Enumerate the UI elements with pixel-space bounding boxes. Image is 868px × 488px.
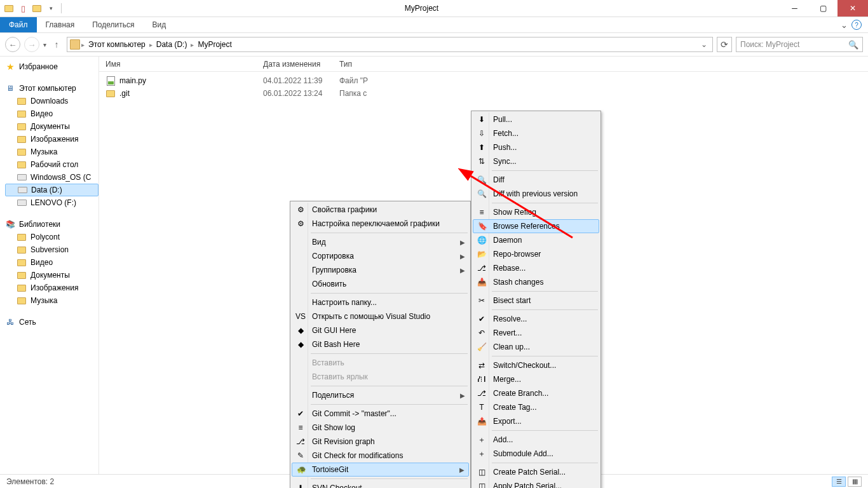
sidebar-lib-polycont[interactable]: Polycont [5,231,98,243]
menu-item-push[interactable]: ⬆Push... [473,140,599,154]
sidebar-lib-documents[interactable]: Документы [5,269,98,281]
search-input[interactable]: Поиск: MyProject 🔍 [736,37,863,52]
ribbon-expand-icon[interactable]: ⌄ [841,20,848,30]
menu-item-git-revgraph[interactable]: ⎇Git Revision graph [292,435,469,449]
column-name[interactable]: Имя [99,60,257,69]
chevron-right-icon[interactable]: ▸ [149,41,153,48]
column-type[interactable]: Тип [333,60,397,69]
sidebar-item-video[interactable]: Видео [5,107,98,120]
menu-item-group[interactable]: Группировка▶ [292,263,469,277]
sidebar-item-drive-c[interactable]: Windows8_OS (C [5,171,98,184]
sidebar-item-images[interactable]: Изображения [5,133,98,146]
menu-item-branch[interactable]: ⎇Create Branch... [473,386,599,400]
menu-item-submodule[interactable]: ＋Submodule Add... [473,447,599,461]
view-icons-button[interactable]: ▦ [848,477,862,487]
menu-item-merge[interactable]: ⛙Merge... [473,372,599,386]
breadcrumb-this-pc[interactable]: Этот компьютер [86,40,148,49]
menu-item-add[interactable]: ＋Add... [473,433,599,447]
menu-item-rebase[interactable]: ⎇Rebase... [473,261,599,275]
menu-item-tag[interactable]: TCreate Tag... [473,400,599,414]
sidebar-lib-images[interactable]: Изображения [5,281,98,294]
menu-item-patch-create[interactable]: ◫Create Patch Serial... [473,465,599,479]
file-row[interactable]: .git 06.01.2022 13:24 Папка с [99,87,868,100]
menu-item-pull[interactable]: ⬇Pull... [473,112,599,126]
back-button[interactable]: ← [5,37,20,52]
up-button[interactable]: ↑ [50,38,63,51]
tab-file[interactable]: Файл [0,17,37,32]
refresh-button[interactable]: ⟳ [717,37,732,52]
menu-item-bisect[interactable]: ✂Bisect start [473,294,599,308]
tab-view[interactable]: Вид [143,17,175,32]
menu-item-label: Git Show log [312,423,355,432]
menu-item-git-check[interactable]: ✎Git Check for modifications [292,449,469,463]
sidebar-this-pc[interactable]: 🖥 Этот компьютер [5,82,98,95]
sidebar-favorites[interactable]: ★ Избранное [5,60,98,73]
menu-item-tortoisegit[interactable]: 🐢TortoiseGit▶ [292,463,469,477]
menu-item-switch[interactable]: ⇄Switch/Checkout... [473,358,599,372]
menu-item-resolve[interactable]: ✔Resolve... [473,312,599,326]
menu-item-repo-browser[interactable]: 📂Repo-browser [473,247,599,261]
minimize-button[interactable]: ─ [780,0,809,17]
menu-item-git-log[interactable]: ≡Git Show log [292,421,469,435]
menu-item-customize[interactable]: Настроить папку... [292,295,469,309]
sidebar-lib-video[interactable]: Видео [5,256,98,269]
file-list-area[interactable]: Имя Дата изменения Тип main.py 04.01.202… [98,57,868,474]
sidebar-label: Subversion [31,245,69,254]
menu-item-revert[interactable]: ↶Revert... [473,326,599,340]
chevron-right-icon[interactable]: ▸ [191,41,194,48]
menu-item-label: Rebase... [493,264,526,273]
chevron-right-icon[interactable]: ▸ [81,41,85,48]
menu-item-diff-prev[interactable]: 🔍Diff with previous version [473,187,599,201]
menu-item-sync[interactable]: ⇅Sync... [473,154,599,168]
qat-dropdown-icon[interactable]: ▾ [46,3,56,13]
menu-item-git-bash[interactable]: ◆Git Bash Here [292,337,469,351]
view-details-button[interactable]: ☰ [832,477,846,487]
open-vs-icon: VS [295,311,306,322]
history-dropdown-icon[interactable]: ▾ [43,41,46,48]
column-date[interactable]: Дата изменения [257,60,333,69]
menu-item-cleanup[interactable]: 🧹Clean up... [473,340,599,354]
sidebar-item-downloads[interactable]: Downloads [5,95,98,107]
sidebar-item-desktop[interactable]: Рабочий стол [5,158,98,171]
tab-share[interactable]: Поделиться [83,17,143,32]
menu-item-fetch[interactable]: ⇩Fetch... [473,126,599,140]
menu-item-share[interactable]: Поделиться▶ [292,388,469,402]
menu-item-daemon[interactable]: 🌐Daemon [473,233,599,247]
sidebar-item-drive-d[interactable]: Data (D:) [5,184,98,196]
menu-item-git-commit[interactable]: ✔Git Commit -> "master"... [292,407,469,421]
menu-item-gfx-switch[interactable]: ⚙Настройка переключаемой графики [292,217,469,231]
address-dropdown-icon[interactable]: ⌄ [698,40,710,49]
menu-item-patch-apply[interactable]: ◫Apply Patch Serial... [473,479,599,488]
menu-item-reflog[interactable]: ≡Show Reflog [473,205,599,219]
help-icon[interactable]: ? [851,20,862,30]
menu-item-svn-checkout[interactable]: ⬇SVN Checkout... [292,481,469,488]
sidebar-item-drive-f[interactable]: LENOVO (F:) [5,196,98,209]
menu-item-git-gui[interactable]: ◆Git GUI Here [292,323,469,337]
sidebar-network[interactable]: 🖧 Сеть [5,316,98,329]
menu-item-gfx-props[interactable]: ⚙Свойства графики [292,203,469,217]
sidebar-item-documents[interactable]: Документы [5,120,98,133]
maximize-button[interactable]: ▢ [809,0,837,17]
menu-item-view[interactable]: Вид▶ [292,235,469,249]
forward-button[interactable]: → [24,37,39,52]
menu-item-open-vs[interactable]: VSОткрыть с помощью Visual Studio [292,309,469,323]
menu-item-export[interactable]: 📤Export... [473,414,599,428]
sidebar-lib-music[interactable]: Музыка [5,294,98,307]
address-bar[interactable]: ▸ Этот компьютер ▸ Data (D:) ▸ MyProject… [67,37,713,52]
tab-home[interactable]: Главная [37,17,84,32]
file-row[interactable]: main.py 04.01.2022 11:39 Файл "P [99,74,868,87]
sidebar-lib-subversion[interactable]: Subversion [5,243,98,256]
sidebar-item-music[interactable]: Музыка [5,146,98,158]
sidebar-libraries[interactable]: 📚 Библиотеки [5,218,98,231]
menu-item-refresh[interactable]: Обновить [292,277,469,291]
breadcrumb-folder[interactable]: MyProject [195,40,234,49]
new-tab-icon[interactable]: ▯ [18,3,28,13]
folder-icon [17,96,27,106]
menu-item-stash[interactable]: 📥Stash changes [473,275,599,289]
menu-item-browse-refs[interactable]: 🔖Browse References [473,219,599,233]
breadcrumb-drive[interactable]: Data (D:) [154,40,190,49]
close-button[interactable]: ✕ [837,0,868,17]
menu-item-sort[interactable]: Сортировка▶ [292,249,469,263]
menu-item-diff[interactable]: 🔍Diff [473,173,599,187]
folder-icon [17,121,27,132]
